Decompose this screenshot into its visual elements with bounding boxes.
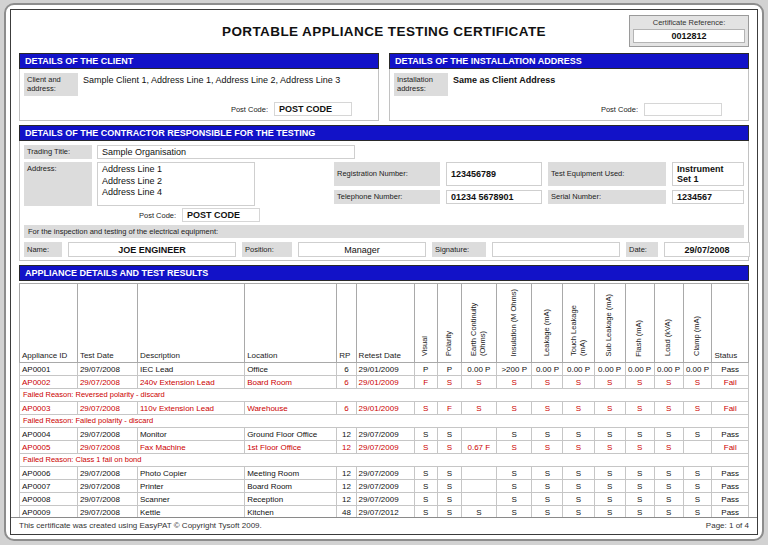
telephone-number-value: 01234 5678901 [446, 190, 542, 204]
table-cell: Monitor [137, 428, 244, 441]
table-cell: S [438, 493, 462, 506]
table-cell: Fail [712, 441, 749, 454]
table-cell: AP0006 [20, 467, 78, 480]
table-cell: S [563, 467, 594, 480]
table-cell: 29/07/2008 [77, 376, 137, 389]
table-cell: 240v Extension Lead [137, 376, 244, 389]
table-cell: Ground Floor Office [245, 428, 337, 441]
client-section-header: DETAILS OF THE CLIENT [19, 53, 379, 69]
table-cell: Pass [712, 480, 749, 493]
table-row: AP000429/07/2008MonitorGround Floor Offi… [20, 428, 749, 441]
table-cell: AP0009 [20, 506, 78, 517]
table-row: AP000729/07/2008PrinterBoard Room1229/07… [20, 480, 749, 493]
table-cell: 110v Extension Lead [137, 402, 244, 415]
client-post-code-value: POST CODE [274, 102, 352, 116]
table-row: AP000129/07/2008IEC LeadOffice629/01/200… [20, 363, 749, 376]
column-header: Location [245, 284, 337, 363]
results-table: Appliance IDTest DateDescriptionLocation… [19, 283, 749, 517]
installation-post-code-label: Post Code: [601, 105, 638, 114]
table-cell: S [683, 467, 712, 480]
table-cell: Pass [712, 506, 749, 517]
table-cell: S [563, 402, 594, 415]
table-cell: S [414, 480, 438, 493]
certificate-header: PORTABLE APPLIANCE TESTING CERTIFICATE C… [11, 10, 757, 50]
table-cell: S [625, 493, 654, 506]
table-cell: S [683, 480, 712, 493]
table-cell: S [594, 428, 625, 441]
table-cell: S [683, 493, 712, 506]
client-address-value: Sample Client 1, Address Line 1, Address… [83, 73, 374, 85]
table-row: AP000529/07/2008Fax Machine1st Floor Off… [20, 441, 749, 454]
client-section: DETAILS OF THE CLIENT Client and address… [19, 53, 379, 121]
table-cell: 29/07/2008 [77, 480, 137, 493]
table-cell: S [497, 493, 532, 506]
table-cell: F [414, 376, 438, 389]
table-cell: S [563, 480, 594, 493]
table-cell: Board Room [245, 376, 337, 389]
table-cell: 29/07/2008 [77, 493, 137, 506]
table-cell: S [654, 467, 683, 480]
signature-label: Signature: [432, 242, 486, 257]
table-cell: S [625, 506, 654, 517]
table-cell: 48 [337, 506, 356, 517]
column-header: Polarity [438, 284, 462, 363]
telephone-number-label: Telephone Number: [334, 190, 440, 204]
table-cell: Meeting Room [245, 467, 337, 480]
table-cell: AP0005 [20, 441, 78, 454]
table-cell: S [414, 402, 438, 415]
address-line: Address Line 1 [102, 164, 250, 176]
installation-section: DETAILS OF THE INSTALLATION ADDRESS Inst… [389, 53, 749, 121]
table-cell: S [414, 467, 438, 480]
contractor-post-code-label: Post Code: [139, 211, 176, 220]
table-cell: 29/07/2009 [356, 467, 414, 480]
table-cell: S [532, 467, 563, 480]
contractor-address-label: Address: [24, 162, 92, 206]
table-cell [683, 441, 712, 454]
table-cell: 0.00 P [461, 363, 496, 376]
table-cell: Fail [712, 402, 749, 415]
table-row: AP000629/07/2008Photo CopierMeeting Room… [20, 467, 749, 480]
column-header: Touch Leakage (mA) [563, 284, 594, 363]
table-cell: Printer [137, 480, 244, 493]
failed-reason-text: Failed Reason: Reversed polarity - disca… [20, 389, 749, 402]
table-cell: S [654, 402, 683, 415]
serial-number-label: Serial Number: [548, 190, 666, 204]
table-cell: S [625, 480, 654, 493]
contractor-section-header: DETAILS OF THE CONTRACTOR RESPONSIBLE FO… [19, 125, 749, 141]
table-cell: IEC Lead [137, 363, 244, 376]
table-cell: S [594, 506, 625, 517]
table-cell: S [497, 441, 532, 454]
table-cell: S [532, 506, 563, 517]
name-value: JOE ENGINEER [68, 242, 236, 257]
registration-number-value: 123456789 [446, 162, 542, 186]
table-cell: 29/01/2009 [356, 363, 414, 376]
table-cell: S [683, 376, 712, 389]
table-cell: Pass [712, 493, 749, 506]
table-cell [461, 428, 496, 441]
column-header: Flash (mA) [625, 284, 654, 363]
column-header: Description [137, 284, 244, 363]
results-section: APPLIANCE DETAILS AND TEST RESULTS Appli… [11, 263, 757, 517]
installation-section-header: DETAILS OF THE INSTALLATION ADDRESS [389, 53, 749, 69]
table-cell: P [438, 363, 462, 376]
table-cell: S [497, 376, 532, 389]
table-cell: Fail [712, 376, 749, 389]
contractor-details-block: Registration Number: 123456789 Test Equi… [324, 162, 744, 222]
table-row: AP000329/07/2008110v Extension LeadWareh… [20, 402, 749, 415]
table-cell: 29/07/2008 [77, 363, 137, 376]
table-cell [461, 480, 496, 493]
table-cell: AP0008 [20, 493, 78, 506]
table-cell: S [438, 480, 462, 493]
table-cell: S [414, 428, 438, 441]
table-row: AP000229/07/2008240v Extension LeadBoard… [20, 376, 749, 389]
table-cell: S [438, 467, 462, 480]
table-cell: S [625, 467, 654, 480]
registration-number-label: Registration Number: [334, 162, 440, 186]
table-cell: 29/07/2012 [356, 506, 414, 517]
table-cell: 12 [337, 467, 356, 480]
position-value: Manager [298, 242, 426, 257]
table-cell: S [683, 402, 712, 415]
table-cell: S [563, 376, 594, 389]
column-header: Status [712, 284, 749, 363]
table-cell: Pass [712, 467, 749, 480]
